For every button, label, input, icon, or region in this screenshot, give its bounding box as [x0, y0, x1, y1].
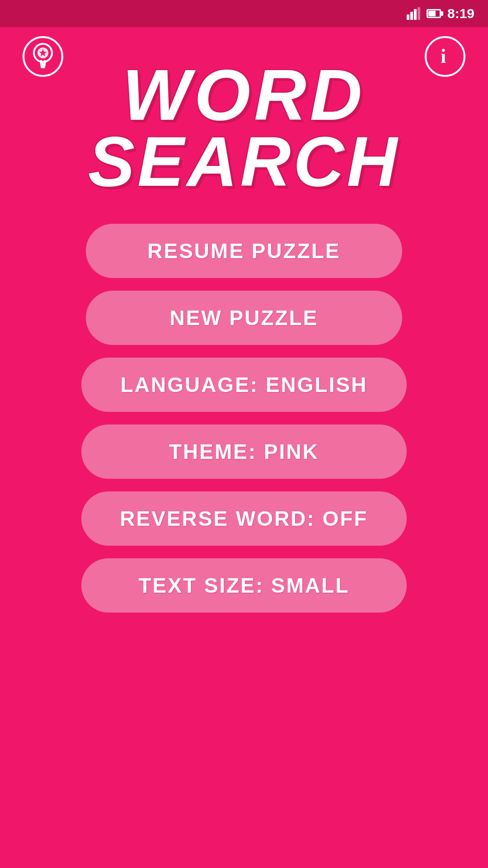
language-button[interactable]: LANGUAGE: ENGLISH — [81, 358, 407, 412]
status-time: 8:19 — [447, 6, 474, 21]
svg-rect-1 — [410, 12, 413, 20]
reverse-word-button[interactable]: REVERSE WORD: OFF — [81, 491, 407, 546]
battery-icon — [427, 9, 441, 18]
medal-icon — [31, 43, 55, 70]
achievement-button[interactable] — [23, 36, 63, 77]
status-icons: 8:19 — [407, 6, 474, 21]
title-search: SEARCH — [88, 127, 400, 197]
svg-text:i: i — [441, 47, 446, 66]
svg-rect-3 — [418, 7, 420, 20]
signal-icon — [407, 7, 420, 20]
title-word: WORD — [122, 59, 366, 131]
text-size-button[interactable]: TEXT SIZE: SMALL — [81, 558, 407, 613]
app-title: WORD SEARCH — [0, 59, 488, 197]
status-bar: 8:19 — [0, 0, 488, 27]
menu-buttons: RESUME PUZZLE NEW PUZZLE LANGUAGE: ENGLI… — [0, 224, 488, 613]
svg-rect-2 — [414, 9, 417, 20]
new-puzzle-button[interactable]: NEW PUZZLE — [86, 291, 402, 345]
resume-puzzle-button[interactable]: RESUME PUZZLE — [86, 224, 402, 278]
theme-button[interactable]: THEME: PINK — [81, 425, 407, 479]
info-button[interactable]: i — [425, 36, 465, 77]
info-icon: i — [435, 47, 455, 66]
svg-rect-0 — [407, 14, 409, 20]
